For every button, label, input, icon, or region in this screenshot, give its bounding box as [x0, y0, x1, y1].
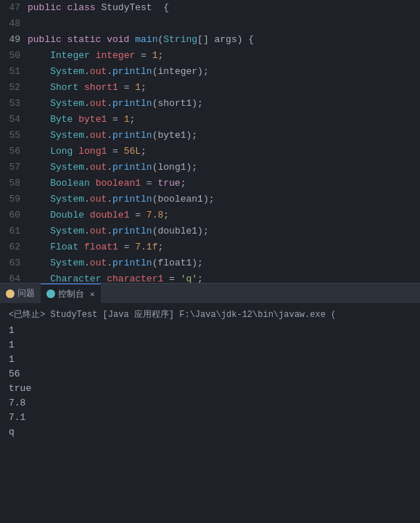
line-number: 60 — [0, 207, 28, 223]
console-output-line: true — [9, 382, 411, 396]
code-line: 63 System.out.println(float1); — [0, 255, 420, 271]
code-editor: 47public class StudyTest {4849public sta… — [0, 0, 420, 283]
code-line: 54 Byte byte1 = 1; — [0, 112, 420, 128]
line-content: System.out.println(double1); — [28, 223, 209, 239]
code-line: 48 — [0, 16, 420, 32]
line-number: 59 — [0, 192, 28, 207]
line-number: 64 — [0, 271, 28, 283]
line-content: public class StudyTest { — [28, 0, 169, 16]
line-content: Short short1 = 1; — [28, 80, 147, 96]
line-number: 47 — [0, 0, 28, 16]
code-line: 51 System.out.println(integer); — [0, 64, 420, 80]
code-line: 47public class StudyTest { — [0, 0, 420, 16]
console-output-line: 1 — [9, 324, 411, 338]
code-line: 60 Double double1 = 7.8; — [0, 207, 420, 223]
panel-tab-problems[interactable]: 问题 — [0, 284, 41, 304]
line-number: 58 — [0, 176, 28, 192]
line-content: Boolean boolean1 = true; — [28, 176, 186, 192]
code-line: 58 Boolean boolean1 = true; — [0, 176, 420, 192]
console-output-line: 1 — [9, 338, 411, 353]
line-number: 50 — [0, 48, 28, 64]
tab-label-console: 控制台 — [58, 288, 84, 300]
line-content: Double double1 = 7.8; — [28, 207, 169, 223]
console-output-line: 7.8 — [9, 396, 411, 411]
line-content: Long long1 = 56L; — [28, 144, 147, 160]
line-number: 54 — [0, 112, 28, 128]
line-number: 52 — [0, 80, 28, 96]
line-number: 56 — [0, 144, 28, 160]
line-content: System.out.println(long1); — [28, 160, 197, 176]
panel-tab-console[interactable]: 控制台✕ — [41, 284, 101, 304]
line-number: 55 — [0, 128, 28, 144]
code-line: 49public static void main(String[] args)… — [0, 32, 420, 48]
line-content: System.out.println(boolean1); — [28, 192, 215, 207]
code-line: 55 System.out.println(byte1); — [0, 128, 420, 144]
console-output-line: 7.1 — [9, 411, 411, 425]
console-output-line: 56 — [9, 367, 411, 382]
console-icon — [46, 289, 55, 298]
line-content: System.out.println(integer); — [28, 64, 209, 80]
code-line: 57 System.out.println(long1); — [0, 160, 420, 176]
line-content: System.out.println(float1); — [28, 255, 203, 271]
line-number: 48 — [0, 16, 28, 32]
code-line: 50 Integer integer = 1; — [0, 48, 420, 64]
code-line: 59 System.out.println(boolean1); — [0, 192, 420, 207]
code-line: 56 Long long1 = 56L; — [0, 144, 420, 160]
tab-close-console[interactable]: ✕ — [90, 289, 95, 299]
line-number: 61 — [0, 223, 28, 239]
code-line: 64 Character character1 = 'q'; — [0, 271, 420, 283]
line-content: Byte byte1 = 1; — [28, 112, 135, 128]
console-status: <已终止> StudyTest [Java 应用程序] F:\Java\jdk-… — [9, 308, 411, 321]
line-content: Character character1 = 'q'; — [28, 271, 203, 283]
line-number: 63 — [0, 255, 28, 271]
line-number: 57 — [0, 160, 28, 176]
line-number: 62 — [0, 239, 28, 255]
panel-tabs: 问题控制台✕ — [0, 284, 420, 304]
line-content: public static void main(String[] args) { — [28, 32, 254, 48]
code-line: 61 System.out.println(double1); — [0, 223, 420, 239]
line-number: 49 — [0, 32, 28, 48]
line-content: Float float1 = 7.1f; — [28, 239, 163, 255]
code-line: 53 System.out.println(short1); — [0, 96, 420, 112]
line-content: Integer integer = 1; — [28, 48, 163, 64]
bottom-panel: 问题控制台✕ <已终止> StudyTest [Java 应用程序] F:\Ja… — [0, 283, 420, 523]
line-number: 51 — [0, 64, 28, 80]
problems-icon — [6, 289, 15, 298]
line-content: System.out.println(byte1); — [28, 128, 197, 144]
code-line: 62 Float float1 = 7.1f; — [0, 239, 420, 255]
console-output-line: 1 — [9, 353, 411, 367]
console-content: <已终止> StudyTest [Java 应用程序] F:\Java\jdk-… — [0, 304, 420, 444]
line-number: 53 — [0, 96, 28, 112]
tab-label-problems: 问题 — [17, 287, 35, 300]
console-output-line: q — [9, 425, 411, 440]
code-line: 52 Short short1 = 1; — [0, 80, 420, 96]
line-content: System.out.println(short1); — [28, 96, 203, 112]
